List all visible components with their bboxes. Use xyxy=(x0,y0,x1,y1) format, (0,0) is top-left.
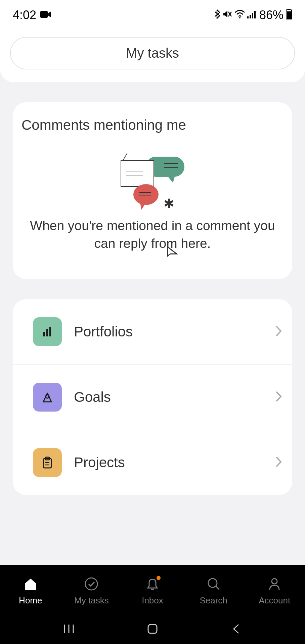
speech-bubble-white-icon xyxy=(121,160,154,187)
chevron-right-icon xyxy=(275,391,282,404)
svg-line-21 xyxy=(216,586,219,589)
system-nav-bar xyxy=(0,614,305,644)
search-icon xyxy=(206,577,221,591)
nav-item-goals-label: Goals xyxy=(74,389,263,405)
svg-rect-10 xyxy=(287,11,291,19)
comments-title: Comments mentioning me xyxy=(19,117,286,133)
tab-bar: Home My tasks Inbox Search Account xyxy=(0,565,305,614)
home-icon xyxy=(23,577,38,591)
recents-button[interactable] xyxy=(60,621,77,637)
check-circle-icon xyxy=(84,577,99,591)
nav-item-projects[interactable]: Projects xyxy=(13,430,292,495)
svg-rect-6 xyxy=(252,13,253,18)
chevron-right-icon xyxy=(275,456,282,469)
tab-search[interactable]: Search xyxy=(183,577,244,606)
goals-icon xyxy=(33,383,62,412)
tab-account[interactable]: Account xyxy=(244,577,305,606)
cursor-icon xyxy=(167,246,179,261)
comments-description: When you're mentioned in a comment you c… xyxy=(19,217,286,252)
comments-mentioning-card: Comments mentioning me ✱ When you're men… xyxy=(13,102,292,279)
back-button[interactable] xyxy=(228,621,245,637)
mute-icon xyxy=(222,9,232,21)
bluetooth-icon xyxy=(214,9,220,21)
notification-dot-icon xyxy=(157,576,161,580)
bell-icon xyxy=(145,577,160,591)
svg-rect-4 xyxy=(247,16,249,18)
svg-point-22 xyxy=(272,579,277,584)
portfolios-icon xyxy=(33,317,62,346)
svg-rect-26 xyxy=(148,625,157,633)
nav-item-portfolios[interactable]: Portfolios xyxy=(13,299,292,365)
svg-rect-0 xyxy=(40,11,48,18)
nav-item-projects-label: Projects xyxy=(74,454,263,471)
status-battery-percent: 86% xyxy=(259,8,284,22)
asterisk-icon: ✱ xyxy=(164,196,174,211)
svg-point-3 xyxy=(239,17,241,18)
tab-inbox[interactable]: Inbox xyxy=(122,577,183,606)
nav-item-portfolios-label: Portfolios xyxy=(74,324,263,340)
tab-search-label: Search xyxy=(200,595,227,606)
tab-account-label: Account xyxy=(259,595,290,606)
svg-point-20 xyxy=(208,579,217,587)
speech-bubble-red-icon xyxy=(133,184,159,205)
svg-rect-11 xyxy=(43,332,45,336)
tab-my-tasks[interactable]: My tasks xyxy=(61,577,122,606)
person-icon xyxy=(267,577,282,591)
projects-icon xyxy=(33,448,62,477)
svg-rect-7 xyxy=(254,11,256,18)
tab-home[interactable]: Home xyxy=(0,577,61,606)
camera-icon xyxy=(40,10,52,20)
battery-icon xyxy=(286,9,292,22)
my-tasks-button[interactable]: My tasks xyxy=(10,37,295,69)
home-button[interactable] xyxy=(144,621,161,637)
status-left: 4:02 xyxy=(13,8,52,22)
signal-icon xyxy=(247,9,257,21)
svg-point-19 xyxy=(85,578,97,590)
nav-item-goals[interactable]: Goals xyxy=(13,365,292,430)
tab-inbox-label: Inbox xyxy=(142,595,163,606)
svg-rect-12 xyxy=(46,329,48,336)
comments-illustration: ✱ xyxy=(19,133,286,217)
wifi-icon xyxy=(234,9,245,21)
my-tasks-card: My tasks xyxy=(0,30,305,82)
tab-my-tasks-label: My tasks xyxy=(74,595,109,606)
svg-point-14 xyxy=(46,395,49,398)
nav-list-card: Portfolios Goals Projects xyxy=(13,299,292,495)
status-time: 4:02 xyxy=(13,8,36,22)
bottom-bar: Home My tasks Inbox Search Account xyxy=(0,565,305,644)
tab-home-label: Home xyxy=(19,595,42,606)
chevron-right-icon xyxy=(275,325,282,338)
status-bar: 4:02 86% xyxy=(0,0,305,30)
svg-rect-13 xyxy=(49,327,51,336)
content-area: My tasks Comments mentioning me ✱ When y… xyxy=(0,30,305,565)
svg-rect-5 xyxy=(250,15,251,18)
status-right: 86% xyxy=(214,8,292,22)
